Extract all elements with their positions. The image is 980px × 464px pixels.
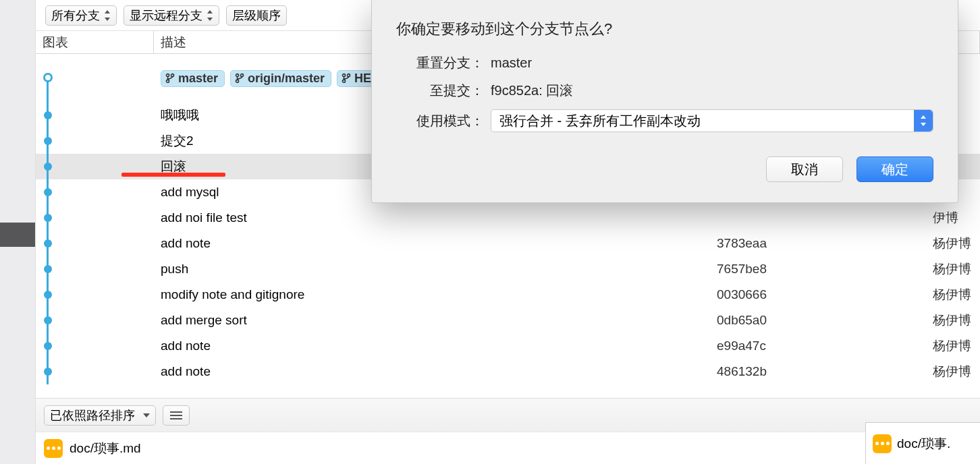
chevron-down-icon [143,413,150,417]
dialog-reset-branch-value: master [491,55,933,71]
commit-row[interactable]: add note3783eaa杨伊博 [36,231,980,256]
commit-desc: modify note and gitignore [161,287,304,302]
commit-dot-icon [44,137,52,145]
commit-author: 杨伊博 [926,312,980,329]
header-graph[interactable]: 图表 [36,31,154,53]
left-sidebar [0,0,35,464]
commit-dot-icon [44,291,52,299]
branch-icon [235,73,244,84]
select-arrows-icon [207,9,213,22]
branch-tag-label: origin/master [248,71,325,86]
commit-hash: 486132b [710,364,926,379]
dialog-title: 你确定要移动到这个分支节点么? [396,19,933,39]
commit-desc: add mysql [161,185,219,200]
commit-row[interactable]: add notee99a47c杨伊博 [36,333,980,359]
branch-filter-select[interactable]: 所有分支 [45,5,117,26]
branch-tag-master[interactable]: master [161,70,225,87]
graph-cell [36,282,154,308]
commit-hash: 0db65a0 [710,313,926,328]
dialog-to-commit-value: f9c852a: 回滚 [491,82,933,100]
ok-button[interactable]: 确定 [856,156,933,182]
desc-cell: add merge sort [154,313,710,328]
svg-point-8 [343,80,346,82]
highlight-underline [121,173,225,177]
file-status-icon [44,439,63,458]
dialog-reset-branch-label: 重置分支： [396,54,491,72]
commit-dot-icon [44,265,52,273]
desc-cell: add note [154,339,710,353]
graph-cell [36,256,154,282]
branch-tag-origin-master[interactable]: origin/master [230,70,331,87]
svg-point-7 [348,74,350,77]
branch-tag-label: master [178,71,218,86]
desc-cell: add noi file test [154,210,710,225]
commit-row[interactable]: add note486132b杨伊博 [36,359,980,384]
commit-hash: 3783eaa [710,236,926,251]
svg-point-5 [236,80,239,82]
sidebar-selected-indicator [0,223,35,247]
desc-cell: modify note and gitignore [154,287,710,302]
commit-dot-icon [44,188,52,196]
commit-hash: 0030666 [710,287,926,302]
commit-hash: 7657be8 [710,262,926,277]
commit-desc: 哦哦哦 [161,107,199,124]
commit-row[interactable]: add merge sort0db65a0杨伊博 [36,308,980,333]
graph-cell [36,128,154,154]
right-file-panel: doc/琐事. [865,422,980,464]
commit-row[interactable]: add noi file test伊博 [36,205,980,231]
desc-cell: add note [154,236,710,251]
graph-cell [36,205,154,231]
order-label: 层级顺序 [232,7,281,24]
right-file-path-label: doc/琐事. [897,435,950,453]
svg-point-0 [166,74,169,77]
dialog-mode-select[interactable]: 强行合并 - 丢弃所有工作副本改动 [491,109,933,132]
commit-desc: add noi file test [161,210,247,225]
commit-desc: add note [161,236,211,251]
remote-toggle-label: 显示远程分支 [130,7,202,24]
list-view-toggle[interactable] [163,405,190,426]
order-select[interactable]: 层级顺序 [226,5,287,26]
commit-dot-icon [44,214,52,222]
commit-dot-icon [44,342,52,350]
commit-author: 杨伊博 [926,235,980,252]
commit-row[interactable]: push7657be8杨伊博 [36,256,980,282]
svg-point-2 [166,80,169,82]
dialog-mode-label: 使用模式： [396,112,491,130]
commit-desc: 提交2 [161,132,194,150]
graph-cell [36,231,154,256]
cancel-button[interactable]: 取消 [766,156,843,182]
sort-label: 已依照路径排序 [50,407,135,424]
select-arrow-button[interactable] [914,110,933,132]
file-status-icon [873,434,892,453]
svg-point-3 [236,74,239,77]
bottom-bar: 已依照路径排序 [36,398,980,432]
commit-dot-icon [44,368,52,376]
graph-cell [36,103,154,128]
desc-cell: push [154,262,710,277]
graph-cell [36,308,154,333]
select-arrows-icon [920,115,927,127]
commit-author: 伊博 [926,209,980,227]
sort-select[interactable]: 已依照路径排序 [44,405,156,426]
svg-point-4 [241,74,244,77]
branch-icon [165,73,175,84]
remote-toggle-select[interactable]: 显示远程分支 [124,5,219,26]
file-row[interactable]: doc/琐事.md [36,432,980,464]
branch-filter-label: 所有分支 [51,7,100,24]
commit-dot-icon [44,111,52,119]
commit-author: 杨伊博 [926,260,980,278]
file-path-label: doc/琐事.md [70,440,141,457]
commit-dot-icon [44,316,52,324]
commit-author: 杨伊博 [926,337,980,355]
commit-author: 杨伊博 [926,286,980,303]
svg-point-6 [343,74,346,77]
graph-cell [36,359,154,384]
commit-desc: add merge sort [161,313,247,328]
commit-row[interactable]: modify note and gitignore0030666杨伊博 [36,282,980,308]
commit-dot-icon [44,239,52,248]
commit-author: 杨伊博 [926,363,980,380]
commit-desc: add note [161,364,211,379]
commit-dot-icon [44,163,52,171]
desc-cell: add note [154,364,710,379]
svg-point-1 [171,74,173,77]
